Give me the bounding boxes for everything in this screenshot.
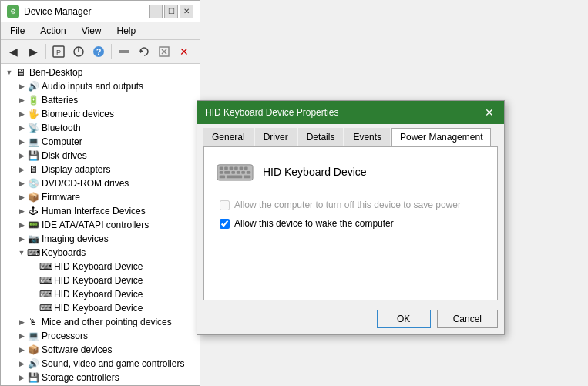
app-icon: ⚙ — [7, 5, 19, 18]
device-header: HID Keyboard Device — [217, 159, 485, 184]
minimize-button[interactable]: — — [149, 5, 163, 18]
svg-rect-26 — [244, 176, 250, 179]
svg-rect-20 — [231, 171, 235, 174]
tree-processors[interactable]: ▶ 💻 Processors — [1, 329, 200, 343]
checkbox-save-power-label: Allow the computer to turn off this devi… — [234, 200, 461, 210]
tree-computer[interactable]: ▶ 💻 Computer — [1, 135, 200, 149]
checkbox-row-2: Allow this device to wake the computer — [217, 218, 485, 229]
svg-rect-14 — [230, 167, 234, 170]
svg-rect-22 — [241, 171, 245, 174]
svg-rect-19 — [224, 171, 230, 174]
menu-view[interactable]: View — [76, 24, 108, 38]
tree-storage[interactable]: ▶ 💾 Storage controllers — [1, 371, 200, 384]
svg-rect-23 — [247, 171, 251, 174]
svg-rect-21 — [237, 171, 240, 174]
tree-audio[interactable]: ▶ 🔊 Audio inputs and outputs — [1, 79, 200, 93]
tree-keyboards[interactable]: ▼ ⌨ Keyboards — [1, 246, 200, 260]
checkbox-save-power[interactable] — [220, 200, 230, 210]
tree-software[interactable]: ▶ 📦 Software devices — [1, 343, 200, 357]
tree-sound[interactable]: ▶ 🔊 Sound, video and game controllers — [1, 357, 200, 371]
checkbox-wake-computer[interactable] — [220, 219, 230, 229]
dialog-content-area: HID Keyboard Device Allow the computer t… — [203, 146, 498, 300]
svg-rect-25 — [227, 176, 242, 179]
computer-icon: 🖥 — [15, 66, 27, 79]
svg-rect-24 — [220, 176, 225, 179]
window-controls: — ☐ ✕ — [149, 5, 193, 18]
dialog-tabs: General Driver Details Events Power Mana… — [197, 124, 504, 146]
tree-hid-keyboard-2[interactable]: ⌨ HID Keyboard Device — [1, 274, 200, 287]
toolbar-update[interactable] — [135, 42, 153, 61]
toolbar: ◀ ▶ P ? ✕ — [1, 40, 200, 64]
maximize-button[interactable]: ☐ — [164, 5, 178, 18]
svg-rect-13 — [224, 167, 228, 170]
tree-ide[interactable]: ▶ 📟 IDE ATA/ATAPI controllers — [1, 218, 200, 232]
tree-hid-keyboard-1[interactable]: ⌨ HID Keyboard Device — [1, 260, 200, 274]
tree-bluetooth[interactable]: ▶ 📡 Bluetooth — [1, 121, 200, 135]
tab-details[interactable]: Details — [298, 128, 344, 146]
ok-button[interactable]: OK — [377, 310, 431, 328]
dialog-close-button[interactable]: ✕ — [482, 106, 496, 119]
toolbar-disable[interactable] — [115, 42, 133, 61]
device-manager-window: ⚙ Device Manager — ☐ ✕ File Action View … — [0, 0, 200, 386]
svg-rect-18 — [220, 171, 223, 174]
dialog-title: HID Keyboard Device Properties — [205, 107, 338, 118]
tab-general[interactable]: General — [203, 128, 254, 146]
svg-marker-7 — [140, 49, 143, 53]
expand-root: ▼ — [4, 67, 15, 78]
tree-display[interactable]: ▶ 🖥 Display adapters — [1, 163, 200, 176]
device-tree[interactable]: ▼ 🖥 Ben-Desktop ▶ 🔊 Audio inputs and out… — [1, 64, 200, 385]
checkbox-row-1: Allow the computer to turn off this devi… — [217, 200, 485, 210]
toolbar-help[interactable]: ? — [89, 42, 108, 61]
tree-dvd[interactable]: ▶ 💿 DVD/CD-ROM drives — [1, 176, 200, 190]
dialog-title-bar: HID Keyboard Device Properties ✕ — [197, 101, 504, 124]
menu-bar: File Action View Help — [1, 22, 200, 40]
dialog-footer: OK Cancel — [197, 307, 504, 334]
tree-hid[interactable]: ▶ 🕹 Human Interface Devices — [1, 204, 200, 218]
device-name-label: HID Keyboard Device — [263, 166, 367, 178]
svg-rect-17 — [244, 167, 248, 170]
toolbar-scan[interactable] — [69, 42, 88, 61]
toolbar-uninstall[interactable] — [155, 42, 173, 61]
tree-disk[interactable]: ▶ 💾 Disk drives — [1, 149, 200, 163]
close-button[interactable]: ✕ — [180, 5, 193, 18]
toolbar-properties[interactable]: P — [49, 42, 68, 61]
tree-imaging[interactable]: ▶ 📷 Imaging devices — [1, 232, 200, 246]
keyboard-image — [217, 160, 254, 183]
svg-rect-6 — [119, 50, 129, 53]
tree-batteries[interactable]: ▶ 🔋 Batteries — [1, 93, 200, 107]
properties-dialog: HID Keyboard Device Properties ✕ General… — [197, 100, 505, 335]
toolbar-sep-2 — [111, 44, 112, 59]
checkbox-wake-computer-label: Allow this device to wake the computer — [234, 218, 394, 229]
svg-text:P: P — [56, 49, 61, 56]
toolbar-remove[interactable]: ✕ — [175, 42, 193, 61]
tree-mice[interactable]: ▶ 🖱 Mice and other pointing devices — [1, 315, 200, 329]
toolbar-back[interactable]: ◀ — [4, 42, 22, 61]
device-icon-large — [217, 159, 254, 184]
tree-biometric[interactable]: ▶ 🖐 Biometric devices — [1, 107, 200, 121]
svg-rect-16 — [240, 167, 244, 170]
toolbar-forward[interactable]: ▶ — [24, 42, 42, 61]
svg-text:?: ? — [96, 47, 102, 56]
tree-firmware[interactable]: ▶ 📦 Firmware — [1, 190, 200, 204]
svg-rect-12 — [220, 167, 223, 170]
svg-rect-15 — [234, 167, 238, 170]
menu-help[interactable]: Help — [111, 24, 143, 38]
menu-action[interactable]: Action — [34, 24, 72, 38]
tree-hid-keyboard-4[interactable]: ⌨ HID Keyboard Device — [1, 301, 200, 315]
toolbar-sep-1 — [45, 44, 46, 59]
tab-driver[interactable]: Driver — [255, 128, 297, 146]
app-title: Device Manager — [24, 6, 144, 17]
tree-root-label: Ben-Desktop — [29, 67, 82, 78]
tree-root[interactable]: ▼ 🖥 Ben-Desktop — [1, 65, 200, 79]
main-title-bar: ⚙ Device Manager — ☐ ✕ — [1, 1, 200, 22]
tree-hid-keyboard-3[interactable]: ⌨ HID Keyboard Device — [1, 287, 200, 301]
menu-file[interactable]: File — [4, 24, 31, 38]
cancel-button[interactable]: Cancel — [437, 310, 498, 328]
tab-events[interactable]: Events — [344, 128, 390, 146]
tab-power-management[interactable]: Power Management — [391, 128, 491, 146]
